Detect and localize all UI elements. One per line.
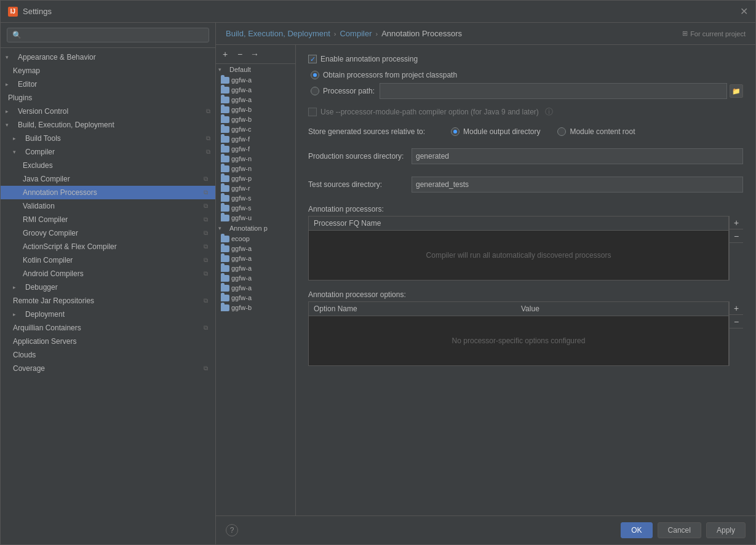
tree-content: Default ggfw-a ggfw-a ggfw-a ggfw-b ggfw… bbox=[216, 64, 295, 515]
folder-icon bbox=[221, 255, 229, 262]
sidebar-item-excludes[interactable]: Excludes bbox=[1, 159, 215, 172]
enable-annotation-label[interactable]: Enable annotation processing bbox=[308, 55, 418, 63]
tree-node-ggfw-a8[interactable]: ggfw-a bbox=[216, 283, 295, 293]
module-content-option[interactable]: Module content root bbox=[557, 127, 635, 136]
tree-node-ggfw-b3[interactable]: ggfw-b bbox=[216, 303, 295, 312]
tree-node-ggfw-a2[interactable]: ggfw-a bbox=[216, 85, 295, 95]
add-option-button[interactable]: + bbox=[730, 301, 743, 315]
search-input[interactable] bbox=[7, 28, 209, 42]
copy-icon: ⧉ bbox=[204, 324, 208, 332]
tree-node-ggfw-b2[interactable]: ggfw-b bbox=[216, 114, 295, 124]
module-content-radio[interactable] bbox=[557, 127, 566, 136]
tree-node-ggfw-f1[interactable]: ggfw-f bbox=[216, 134, 295, 144]
sidebar-item-android[interactable]: Android Compilers ⧉ bbox=[1, 267, 215, 280]
copy-icon: ⧉ bbox=[204, 257, 208, 264]
test-sources-row: Test sources directory: bbox=[308, 177, 743, 193]
tree-node-ggfw-n2[interactable]: ggfw-n bbox=[216, 164, 295, 173]
sidebar-item-debugger[interactable]: Debugger bbox=[1, 280, 215, 294]
sidebar-item-editor[interactable]: Editor bbox=[1, 78, 215, 91]
sidebar-item-annotation-processors[interactable]: Annotation Processors ⧉ bbox=[1, 186, 215, 199]
tree-node-ggfw-a6[interactable]: ggfw-a bbox=[216, 263, 295, 273]
tree-section-default[interactable]: Default bbox=[216, 64, 295, 75]
tree-node-ggfw-a1[interactable]: ggfw-a bbox=[216, 75, 295, 85]
folder-icon bbox=[221, 126, 229, 133]
obtain-classpath-label[interactable]: Obtain processors from project classpath bbox=[311, 71, 743, 79]
browse-button[interactable]: 📁 bbox=[730, 84, 743, 98]
cancel-button[interactable]: Cancel bbox=[658, 522, 701, 538]
production-sources-input[interactable] bbox=[412, 148, 743, 164]
tree-node-ggfw-a7[interactable]: ggfw-a bbox=[216, 273, 295, 283]
tree-node-ggfw-u[interactable]: ggfw-u bbox=[216, 213, 295, 223]
tree-node-ggfw-c[interactable]: ggfw-c bbox=[216, 124, 295, 134]
breadcrumb-current: Annotation Processors bbox=[381, 29, 462, 38]
add-processor-button[interactable]: + bbox=[730, 216, 743, 229]
test-sources-input[interactable] bbox=[412, 177, 743, 193]
module-output-radio[interactable] bbox=[451, 127, 460, 136]
sidebar-item-java-compiler[interactable]: Java Compiler ⧉ bbox=[1, 172, 215, 186]
sidebar-item-arquillian[interactable]: Arquillian Containers ⧉ bbox=[1, 321, 215, 335]
sidebar-item-deployment[interactable]: Deployment bbox=[1, 308, 215, 321]
sidebar-item-kotlin[interactable]: Kotlin Compiler ⧉ bbox=[1, 253, 215, 267]
sidebar-item-version-control[interactable]: Version Control ⧉ bbox=[1, 105, 215, 118]
processor-path-text: Processor path: bbox=[323, 87, 375, 95]
module-output-option[interactable]: Module output directory bbox=[451, 127, 540, 136]
sidebar-item-app-servers[interactable]: Application Servers bbox=[1, 335, 215, 348]
folder-icon bbox=[221, 205, 229, 212]
enable-annotation-checkbox[interactable] bbox=[308, 55, 317, 63]
tree-node-ggfw-f2[interactable]: ggfw-f bbox=[216, 144, 295, 154]
copy-icon: ⧉ bbox=[206, 108, 210, 115]
sidebar-item-appearance[interactable]: Appearance & Behavior bbox=[1, 50, 215, 64]
use-processor-module-label[interactable]: Use --processor-module-path compiler opt… bbox=[308, 106, 553, 117]
tree-section-annotation[interactable]: Annotation p bbox=[216, 223, 295, 234]
folder-icon bbox=[221, 295, 229, 301]
close-button[interactable]: ✕ bbox=[740, 6, 748, 17]
sidebar-item-validation[interactable]: Validation ⧉ bbox=[1, 199, 215, 213]
ok-button[interactable]: OK bbox=[621, 522, 652, 538]
sidebar-item-label: Excludes bbox=[23, 161, 53, 170]
use-processor-module-checkbox[interactable] bbox=[308, 108, 317, 116]
remove-profile-button[interactable]: − bbox=[233, 47, 247, 61]
sidebar-item-label: Debugger bbox=[25, 283, 58, 292]
sidebar-item-keymap[interactable]: Keymap bbox=[1, 64, 215, 78]
annotation-processors-empty: Compiler will run all automatically disc… bbox=[426, 251, 611, 260]
tree-node-ggfw-a5[interactable]: ggfw-a bbox=[216, 253, 295, 263]
sidebar-item-label: Application Servers bbox=[13, 337, 76, 346]
sidebar-item-remote-jar[interactable]: Remote Jar Repositories ⧉ bbox=[1, 294, 215, 308]
remove-processor-button[interactable]: − bbox=[730, 229, 743, 243]
obtain-classpath-radio[interactable] bbox=[311, 71, 319, 79]
sidebar-item-groovy-compiler[interactable]: Groovy Compiler ⧉ bbox=[1, 226, 215, 240]
tree-node-ecoop[interactable]: ecoop bbox=[216, 234, 295, 244]
tree-node-ggfw-a3[interactable]: ggfw-a bbox=[216, 95, 295, 105]
sidebar-item-clouds[interactable]: Clouds bbox=[1, 348, 215, 362]
processor-path-input[interactable] bbox=[380, 83, 727, 99]
tree-node-ggfw-b1[interactable]: ggfw-b bbox=[216, 105, 295, 114]
tree-node-ggfw-p[interactable]: ggfw-p bbox=[216, 173, 295, 183]
sidebar-item-actionscript[interactable]: ActionScript & Flex Compiler ⧉ bbox=[1, 240, 215, 253]
breadcrumb-build[interactable]: Build, Execution, Deployment bbox=[226, 29, 330, 38]
tree-node-ggfw-a9[interactable]: ggfw-a bbox=[216, 293, 295, 303]
tree-node-ggfw-a4[interactable]: ggfw-a bbox=[216, 244, 295, 253]
tree-node-ggfw-n1[interactable]: ggfw-n bbox=[216, 154, 295, 164]
apply-button[interactable]: Apply bbox=[706, 522, 746, 538]
sidebar-item-build[interactable]: Build, Execution, Deployment bbox=[1, 118, 215, 132]
sidebar-item-rmi-compiler[interactable]: RMI Compiler ⧉ bbox=[1, 213, 215, 226]
remove-option-button[interactable]: − bbox=[730, 315, 743, 328]
use-processor-module-text: Use --processor-module-path compiler opt… bbox=[320, 108, 539, 116]
sidebar-item-compiler[interactable]: Compiler ⧉ bbox=[1, 145, 215, 159]
help-button[interactable]: ? bbox=[226, 524, 238, 536]
annotation-processors-label: Annotation processors: bbox=[308, 205, 743, 213]
processor-path-label[interactable]: Processor path: bbox=[311, 87, 375, 95]
tree-node-ggfw-s2[interactable]: ggfw-s bbox=[216, 203, 295, 213]
breadcrumb-compiler[interactable]: Compiler bbox=[340, 29, 372, 38]
processor-path-radio[interactable] bbox=[311, 87, 319, 95]
sidebar-item-label: Kotlin Compiler bbox=[23, 256, 73, 265]
tree-node-ggfw-s1[interactable]: ggfw-s bbox=[216, 193, 295, 203]
sidebar-item-build-tools[interactable]: Build Tools ⧉ bbox=[1, 132, 215, 145]
add-profile-button[interactable]: + bbox=[218, 47, 232, 61]
navigate-button[interactable]: → bbox=[248, 47, 261, 61]
tree-node-ggfw-r[interactable]: ggfw-r bbox=[216, 183, 295, 193]
sidebar-item-coverage[interactable]: Coverage ⧉ bbox=[1, 362, 215, 375]
sidebar-nav: Appearance & Behavior Keymap Editor Plug… bbox=[1, 48, 215, 544]
sidebar-item-plugins[interactable]: Plugins bbox=[1, 91, 215, 105]
settings-window: IJ Settings ✕ Appearance & Behavior Keym… bbox=[0, 0, 756, 545]
